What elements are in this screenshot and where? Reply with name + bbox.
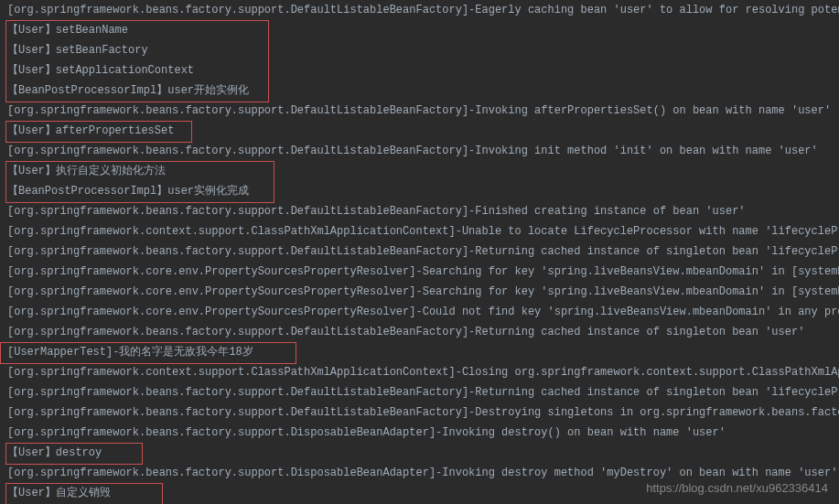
log-line: [org.springframework.beans.factory.suppo… bbox=[0, 423, 839, 443]
log-line: [org.springframework.core.env.PropertySo… bbox=[0, 262, 839, 282]
log-line: 【BeanPostProcessorImpl】user实例化完成 bbox=[0, 181, 839, 201]
log-line: 【User】afterPropertiesSet bbox=[0, 121, 839, 141]
log-line: [org.springframework.beans.factory.suppo… bbox=[0, 322, 839, 342]
log-line: [UserMapperTest]-我的名字是无敌我今年18岁 bbox=[0, 342, 839, 362]
watermark: https://blog.csdn.net/xu962336414 bbox=[646, 478, 828, 499]
log-line: [org.springframework.beans.factory.suppo… bbox=[0, 0, 839, 20]
log-line: [org.springframework.core.env.PropertySo… bbox=[0, 302, 839, 322]
log-line: 【User】执行自定义初始化方法 bbox=[0, 161, 839, 181]
log-line: 【BeanPostProcessorImpl】user开始实例化 bbox=[0, 80, 839, 101]
log-line: [org.springframework.context.support.Cla… bbox=[0, 221, 839, 241]
console-output: [org.springframework.beans.factory.suppo… bbox=[0, 0, 839, 503]
log-line: [org.springframework.beans.factory.suppo… bbox=[0, 402, 839, 423]
log-line: [org.springframework.beans.factory.suppo… bbox=[0, 382, 839, 402]
log-line: [org.springframework.beans.factory.suppo… bbox=[0, 241, 839, 262]
log-line: 【User】setApplicationContext bbox=[0, 60, 839, 80]
log-line: 【User】destroy bbox=[0, 443, 839, 463]
log-line: [org.springframework.beans.factory.suppo… bbox=[0, 141, 839, 161]
log-line: 【User】setBeanName bbox=[0, 20, 839, 40]
log-line: [org.springframework.core.env.PropertySo… bbox=[0, 282, 839, 302]
log-line: 【User】setBeanFactory bbox=[0, 40, 839, 60]
log-line: [org.springframework.context.support.Cla… bbox=[0, 362, 839, 382]
log-line: [org.springframework.beans.factory.suppo… bbox=[0, 201, 839, 221]
log-line: [org.springframework.beans.factory.suppo… bbox=[0, 101, 839, 121]
